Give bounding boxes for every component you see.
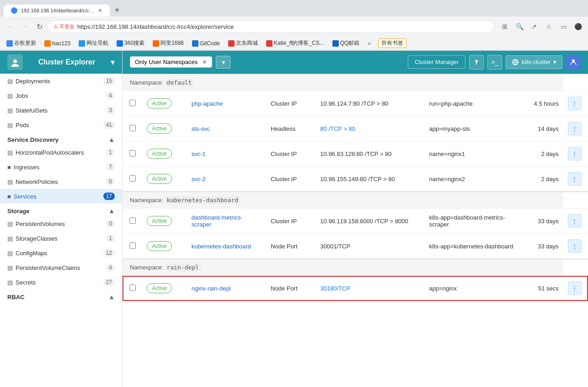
forward-btn[interactable]: → [18,20,31,33]
cluster-name-display[interactable]: k8s-cluster ▾ [506,55,562,69]
new-tab-btn[interactable]: + [111,4,123,16]
terminal-icon: >_ [491,59,498,66]
row-checkbox[interactable] [129,217,136,224]
row-checkbox[interactable] [129,125,136,131]
sidebar-item-services[interactable]: ■ Services 17 [0,189,122,204]
namespace-filter-label: Only User Namespaces [135,59,198,65]
bookmark-ali[interactable]: 阿里1688 [150,38,187,48]
pip-btn[interactable]: ▭ [557,20,570,33]
age-text: 51 secs [538,285,559,292]
active-tab[interactable]: 192.168.198.14/dashboard/c/c-lrcc4/explo… [4,5,110,16]
bookmark-btn[interactable]: ☆ [542,20,555,33]
sidebar-item-secrets[interactable]: ▤ Secrets 27 [0,275,122,290]
service-link[interactable]: svc-1 [192,150,206,157]
cluster-manager-btn[interactable]: Cluster Manager [408,55,465,69]
terminal-btn[interactable]: >_ [487,55,502,70]
section-chevron[interactable]: ▲ [108,293,115,301]
bookmark-google-update[interactable]: 谷歌更新 [4,38,39,48]
sidebar-item-configmaps[interactable]: ▤ ConfigMaps 12 [0,246,122,260]
service-link[interactable]: php-apache [192,100,223,107]
age-cell: 51 secs [524,276,563,301]
bookmark-qq[interactable]: QQ邮箱 [330,38,363,48]
share-btn[interactable]: ↗ [528,20,540,33]
row-checkbox[interactable] [129,100,136,106]
table-row: Active sts-svc Headless 80 /TCP > 80 app… [123,116,588,141]
namespace-filter-clear[interactable]: ✕ [202,59,207,65]
service-link[interactable]: dashboard-metrics-scraper [192,214,243,228]
row-action-btn[interactable]: ⋮ [568,239,582,253]
namespace-filter[interactable]: Only User Namespaces ✕ [130,56,212,68]
address-bar[interactable]: ⚠ 不安全 https://192.168.198.14/dashboard/c… [48,20,495,33]
bookmark-jd[interactable]: 京东商城 [225,38,261,48]
service-link[interactable]: nginx-rain-depl [192,285,231,292]
security-warning: ⚠ 不安全 [53,23,75,30]
sidebar-item-ingresses[interactable]: ■ Ingresses 7 [0,160,122,174]
section-label: RBAC [7,294,25,301]
jobs-count: 4 [106,92,115,99]
service-link[interactable]: kubernetes-dashboard [192,243,251,250]
row-checkbox[interactable] [129,242,136,249]
profile-btn[interactable]: ⚫ [572,20,584,33]
sidebar-item-statefulsets[interactable]: ▤ StatefulSets 3 [0,103,122,118]
bookmarks-folder[interactable]: 所有书签 [378,38,406,48]
age-text: 33 days [538,218,559,225]
action-cell: ⋮ [563,234,588,259]
sidebar-label: Services [14,193,37,200]
bookmark-label: 网址导航 [86,39,108,47]
service-type-cell: Node Port [266,234,315,259]
zoom-btn[interactable]: 🔍 [513,20,526,33]
tab-close[interactable]: ✕ [98,7,102,14]
row-checkbox[interactable] [129,150,136,156]
sidebar-label: Secrets [16,279,36,286]
port-link[interactable]: 80 /TCP > 80 [320,125,355,132]
translate-btn[interactable]: ⊞ [498,20,511,33]
port-link[interactable]: 30180/TCP [320,285,350,292]
namespace-header-label: Namespace: default [130,79,193,86]
service-name-cell: nginx-rain-depl [187,276,266,301]
back-btn[interactable]: ← [4,20,16,33]
row-checkbox[interactable] [129,175,136,182]
service-link[interactable]: svc-2 [192,176,206,183]
section-chevron[interactable]: ▲ [108,207,115,215]
table-row: Active svc-1 Cluster IP 10.96.83.128:80 … [123,141,588,167]
sidebar-item-pods[interactable]: ▤ Pods 41 [0,118,122,132]
row-action-btn[interactable]: ⋮ [568,122,582,135]
row-action-btn[interactable]: ⋮ [568,172,582,186]
sidebar-item-pvc[interactable]: ▤ PersistentVolumeClaims 4 [0,260,122,275]
sidebar-item-networkpolicies[interactable]: ▤ NetworkPolicies 0 [0,174,122,189]
sidebar-chevron[interactable]: ▾ [111,57,115,67]
bookmarks-more[interactable]: » [365,39,374,48]
pv-icon: ▤ [7,220,13,227]
status-badge: Active [147,174,172,184]
bookmark-katie[interactable]: Katie_ff的博客_CS... [263,38,327,48]
hpa-count: 1 [106,149,115,156]
row-action-btn[interactable]: ⋮ [568,214,582,228]
row-checkbox[interactable] [129,285,136,291]
section-chevron[interactable]: ▲ [108,136,115,143]
cluster-chevron-icon: ▾ [553,59,556,65]
status-cell: Active [142,276,187,301]
sidebar-item-hpa[interactable]: ▤ HorizontalPodAutoscalers 1 [0,145,122,160]
namespace-dropdown[interactable]: ▾ [216,56,230,69]
sidebar-item-jobs[interactable]: ▤ Jobs 4 [0,88,122,103]
row-action-btn[interactable]: ⋮ [568,147,582,161]
user-btn[interactable] [566,55,581,70]
bookmark-hao123[interactable]: hao123 [42,39,73,48]
sidebar-item-deployments[interactable]: ▤ Deployments 15 [0,74,122,88]
selector-cell: k8s-app=dashboard-metrics-scraper [425,209,524,234]
bookmark-gitcode[interactable]: GitCode [189,39,223,48]
bookmark-nav[interactable]: 网址导航 [76,38,111,48]
sidebar-item-pv[interactable]: ▤ PersistentVolumes 0 [0,216,122,231]
bookmark-360[interactable]: 360搜索 [114,38,147,48]
ip-port-cell: 10.96.124.7:80 /TCP > 80 [315,91,424,116]
rancher-menu-btn[interactable] [7,54,23,70]
status-badge: Active [147,124,172,134]
reload-btn[interactable]: ↻ [33,20,46,33]
upload-btn[interactable] [469,55,484,70]
row-action-btn[interactable]: ⋮ [568,97,582,110]
sidebar-item-storageclasses[interactable]: ▤ StorageClasses 1 [0,231,122,246]
ip-port-cell: 30001/TCP [315,234,424,259]
service-link[interactable]: sts-svc [192,125,210,132]
row-action-btn[interactable]: ⋮ [568,281,582,295]
ip-port-cell: 10.96.119.158:8000 /TCP > 8000 [315,209,424,234]
